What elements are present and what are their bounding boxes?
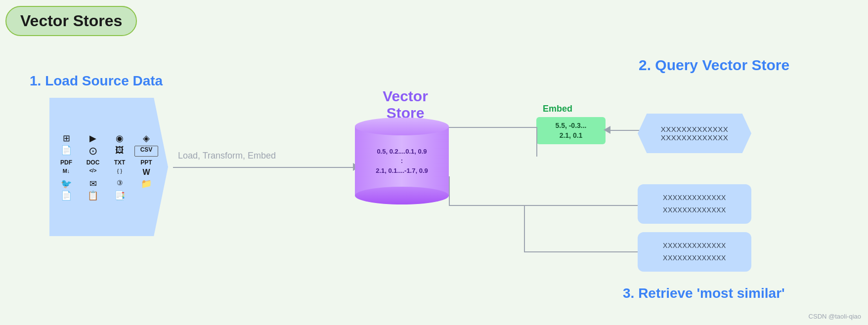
txt-icon: TXT <box>108 160 131 165</box>
source-data-box: ⊞ ▶ ◉ ◈ 📄 ⊙ 🖼 CSV PDF DOC TXT PPT M↓ </>… <box>49 98 168 236</box>
wiki-icon: W <box>134 168 158 176</box>
cylinder-text: 0.5, 0.2....0.1, 0.9:2.1, 0.1....-1.7, 0… <box>376 147 428 176</box>
file-icon: 📄 <box>54 146 78 157</box>
figma-icon: ◈ <box>134 134 158 143</box>
ppt-icon: PPT <box>134 160 158 165</box>
query-box-text: XXXXXXXXXXXXXXXXXXXXXXXXXX <box>661 125 729 142</box>
folder-icon: 📁 <box>134 179 158 188</box>
title-badge: Vector Stores <box>5 6 137 36</box>
icons-grid: ⊞ ▶ ◉ ◈ 📄 ⊙ 🖼 CSV PDF DOC TXT PPT M↓ </>… <box>49 129 168 205</box>
arrow-label: Load, Transform, Embed <box>178 151 276 161</box>
cylinder-container: 0.5, 0.2....0.1, 0.9:2.1, 0.1....-1.7, 0… <box>355 118 449 216</box>
arrow-h4 <box>524 251 640 252</box>
vector-store-label: VectorStore <box>356 88 455 122</box>
retrieve-label: 3. Retrieve 'most similar' <box>623 285 785 301</box>
html-icon: </> <box>81 168 105 176</box>
arrow-v4 <box>524 205 525 252</box>
doc-icon: DOC <box>81 160 105 165</box>
pdf-icon: PDF <box>54 160 78 165</box>
youtube-icon: ▶ <box>81 134 105 143</box>
query-box: XXXXXXXXXXXXXXXXXXXXXXXXXX <box>638 114 751 153</box>
code-icon: { } <box>108 168 131 176</box>
query-label: 2. Query Vector Store <box>639 57 789 74</box>
css-icon: ③ <box>108 179 131 188</box>
file3-icon: 📋 <box>81 191 105 200</box>
arrow-line-main <box>173 167 356 168</box>
page-container: Vector Stores 1. Load Source Data Vector… <box>0 0 868 325</box>
section-load-label: 1. Load Source Data <box>30 73 163 89</box>
md-icon: M↓ <box>54 168 78 176</box>
github-icon: ⊙ <box>81 146 105 157</box>
result-box-lower: XXXXXXXXXXXXXXXXXXXXXXXXXX <box>638 232 751 272</box>
twitter-icon: 🐦 <box>54 179 78 188</box>
cylinder-bottom <box>355 187 449 204</box>
file2-icon: 📄 <box>54 191 78 200</box>
result-lower-text: XXXXXXXXXXXXXXXXXXXXXXXXXX <box>663 240 726 264</box>
email-icon: ✉ <box>81 179 105 188</box>
title-text: Vector Stores <box>20 12 122 30</box>
cylinder-top <box>355 118 449 135</box>
file4-icon: 📑 <box>108 191 131 200</box>
embed-text: 5.5, -0.3...2.1, 0.1 <box>555 121 586 140</box>
arrow-v3 <box>449 176 450 206</box>
result-box-upper: XXXXXXXXXXXXXXXXXXXXXXXXXX <box>638 184 751 224</box>
discord-icon: ◉ <box>108 134 131 143</box>
embed-label: Embed <box>543 104 572 114</box>
embed-box: 5.5, -0.3...2.1, 0.1 <box>536 117 606 144</box>
arrow-head-left-query <box>604 126 610 134</box>
image-icon: 🖼 <box>108 146 131 157</box>
csv-icon: CSV <box>134 146 158 157</box>
cylinder-body: 0.5, 0.2....0.1, 0.9:2.1, 0.1....-1.7, 0… <box>355 126 449 196</box>
watermark: CSDN @taoli-qiao <box>809 313 861 320</box>
empty-icon <box>134 191 158 200</box>
arrow-h3 <box>449 205 642 206</box>
arrow-v2 <box>536 127 537 157</box>
slack-icon: ⊞ <box>54 134 78 143</box>
result-upper-text: XXXXXXXXXXXXXXXXXXXXXXXXXX <box>663 192 726 216</box>
